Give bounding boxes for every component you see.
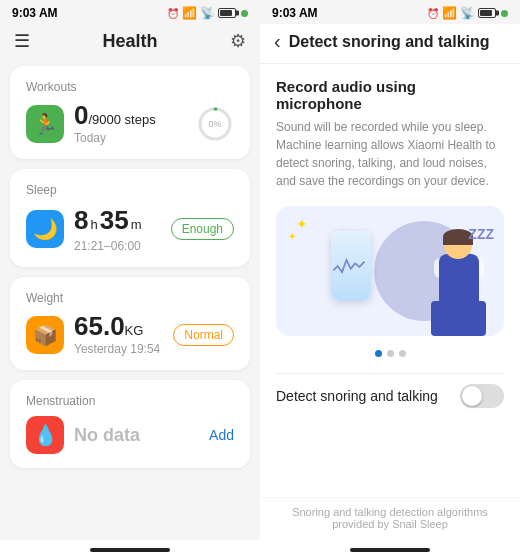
time-right: 9:03 AM: [272, 6, 318, 20]
menstruation-left: 💧 No data: [26, 416, 140, 454]
section-title: Record audio using microphone: [276, 78, 504, 112]
weight-icon: 📦: [26, 316, 64, 354]
menstruation-card: Menstruation 💧 No data Add: [10, 380, 250, 468]
weight-sub: Yesterday 19:54: [74, 342, 160, 356]
status-bar-right: 9:03 AM ⏰ 📶 📡: [260, 0, 520, 24]
menstruation-value: No data: [74, 426, 140, 444]
pagination-dots: [276, 350, 504, 357]
add-menstruation-button[interactable]: Add: [209, 427, 234, 443]
sleep-badge: Enough: [171, 218, 234, 240]
workouts-card: Workouts 🏃 0/9000 steps Today: [10, 66, 250, 159]
weight-card: Weight 📦 65.0KG Yesterday 19:54 Normal: [10, 277, 250, 370]
workouts-value-block: 0/9000 steps Today: [74, 102, 156, 145]
alarm-icon: ⏰: [167, 8, 179, 19]
right-content: Record audio using microphone Sound will…: [260, 64, 520, 497]
weight-badge: Normal: [173, 324, 234, 346]
sleep-label: Sleep: [26, 183, 234, 197]
alarm-icon-right: ⏰: [427, 8, 439, 19]
snoring-toggle-label: Detect snoring and talking: [276, 388, 438, 404]
wifi-icon: 📡: [200, 6, 215, 20]
star-icon-sm: ✦: [288, 231, 296, 242]
weight-row: 📦 65.0KG Yesterday 19:54 Normal: [26, 313, 234, 356]
illus-phone: [331, 231, 371, 301]
right-page-title: Detect snoring and talking: [289, 33, 490, 51]
menu-icon[interactable]: ☰: [14, 30, 30, 52]
right-header: ‹ Detect snoring and talking: [260, 24, 520, 64]
menstruation-row: 💧 No data Add: [26, 416, 234, 454]
zzz-icon: ZZZ: [468, 226, 494, 242]
status-icons-right: ⏰ 📶 📡: [427, 6, 508, 20]
snoring-toggle-row: Detect snoring and talking: [276, 373, 504, 418]
sleep-range: 21:21–06:00: [74, 239, 141, 253]
workouts-sub: Today: [74, 131, 156, 145]
active-dot-right: [501, 10, 508, 17]
toggle-thumb: [462, 386, 482, 406]
weight-label: Weight: [26, 291, 234, 305]
sleep-icon: 🌙: [26, 210, 64, 248]
battery-icon: [218, 8, 236, 18]
weight-value-block: 65.0KG Yesterday 19:54: [74, 313, 160, 356]
workouts-label: Workouts: [26, 80, 234, 94]
home-indicator-right: [350, 548, 430, 552]
section-description: Sound will be recorded while you sleep. …: [276, 118, 504, 190]
wifi-icon-right: 📡: [460, 6, 475, 20]
active-dot: [241, 10, 248, 17]
back-button[interactable]: ‹: [274, 30, 281, 53]
weight-left: 📦 65.0KG Yesterday 19:54: [26, 313, 160, 356]
snoring-toggle[interactable]: [460, 384, 504, 408]
footer-note: Snoring and talking detection algorithms…: [260, 497, 520, 540]
left-panel: 9:03 AM ⏰ 📶 📡 ☰ Health ⚙ Workouts 🏃: [0, 0, 260, 560]
workouts-row: 🏃 0/9000 steps Today 0%: [26, 102, 234, 145]
page-title: Health: [102, 31, 157, 52]
app-header: ☰ Health ⚙: [0, 24, 260, 60]
sleep-duration: 8 h 35 m: [74, 205, 141, 236]
dot-1[interactable]: [375, 350, 382, 357]
menstruation-icon: 💧: [26, 416, 64, 454]
illus-person: ZZZ: [414, 226, 494, 336]
illus-screen: [331, 231, 371, 301]
sleep-row: 🌙 8 h 35 m 21:21–06:00 Enough: [26, 205, 234, 253]
workouts-progress: 0%: [196, 105, 234, 143]
dot-2[interactable]: [387, 350, 394, 357]
progress-label: 0%: [208, 119, 221, 129]
battery-icon-right: [478, 8, 496, 18]
dot-3[interactable]: [399, 350, 406, 357]
right-panel: 9:03 AM ⏰ 📶 📡 ‹ Detect snoring and talki…: [260, 0, 520, 560]
star-icon: ✦: [296, 216, 308, 232]
workouts-left: 🏃 0/9000 steps Today: [26, 102, 156, 145]
menstruation-label: Menstruation: [26, 394, 234, 408]
status-icons-left: ⏰ 📶 📡: [167, 6, 248, 20]
time-left: 9:03 AM: [12, 6, 58, 20]
signal-icon-right: 📶: [442, 6, 457, 20]
scroll-area: Workouts 🏃 0/9000 steps Today: [0, 60, 260, 540]
status-bar-left: 9:03 AM ⏰ 📶 📡: [0, 0, 260, 24]
nav-bar-right: [260, 540, 520, 560]
settings-icon[interactable]: ⚙: [230, 30, 246, 52]
sleep-card: Sleep 🌙 8 h 35 m 21:21–06:00: [10, 169, 250, 267]
weight-value: 65.0KG: [74, 313, 160, 339]
workouts-icon: 🏃: [26, 105, 64, 143]
illustration: ZZZ ✦ ✦: [276, 206, 504, 336]
nav-bar-left: [0, 540, 260, 560]
home-indicator-left: [90, 548, 170, 552]
workouts-value: 0/9000 steps: [74, 102, 156, 128]
signal-icon: 📶: [182, 6, 197, 20]
sleep-value-block: 8 h 35 m 21:21–06:00: [74, 205, 141, 253]
sleep-left: 🌙 8 h 35 m 21:21–06:00: [26, 205, 141, 253]
